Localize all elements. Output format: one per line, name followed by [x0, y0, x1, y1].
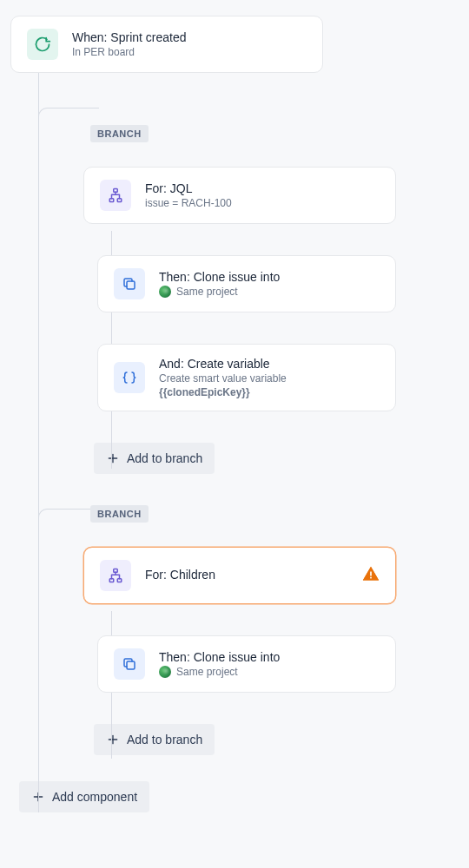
- plus-icon: [106, 733, 120, 746]
- svg-rect-8: [370, 577, 372, 579]
- step-title: Then: Clone issue into: [159, 270, 380, 284]
- tree-icon: [100, 560, 131, 591]
- trigger-card[interactable]: When: Sprint created In PER board: [10, 16, 323, 73]
- for-title: For: JQL: [145, 181, 380, 195]
- for-title: For: Children: [145, 568, 380, 582]
- sprint-icon: [27, 29, 58, 60]
- clone-icon: [114, 648, 145, 680]
- branch-label: BRANCH: [90, 125, 149, 142]
- step-subtitle: Same project: [176, 286, 238, 298]
- svg-rect-9: [127, 661, 135, 669]
- step-title: And: Create variable: [159, 357, 380, 371]
- clone-icon: [114, 268, 145, 299]
- tree-icon: [100, 180, 131, 211]
- trigger-title: When: Sprint created: [72, 30, 307, 44]
- add-to-branch-label: Add to branch: [127, 733, 202, 746]
- branch-for-card[interactable]: For: Children: [83, 547, 396, 604]
- branch-label: BRANCH: [90, 505, 149, 523]
- step-clone-card[interactable]: Then: Clone issue into Same project: [97, 255, 396, 312]
- step-title: Then: Clone issue into: [159, 650, 380, 664]
- variable-icon: [114, 362, 145, 393]
- add-to-branch-label: Add to branch: [127, 451, 202, 465]
- trigger-subtitle: In PER board: [72, 46, 307, 58]
- add-component-label: Add component: [52, 790, 137, 804]
- svg-rect-7: [370, 572, 372, 576]
- step-subtitle: Same project: [176, 666, 238, 678]
- warning-icon: [362, 565, 380, 586]
- step-clone-card[interactable]: Then: Clone issue into Same project: [97, 635, 396, 693]
- connector-trunk: [38, 68, 39, 812]
- step-subtitle: Create smart value variable: [159, 372, 380, 385]
- plus-icon: [106, 451, 120, 465]
- branch-for-card[interactable]: For: JQL issue = RACH-100: [83, 167, 396, 224]
- globe-icon: [159, 666, 171, 678]
- for-subtitle: issue = RACH-100: [145, 197, 380, 209]
- step-variable-card[interactable]: And: Create variable Create smart value …: [97, 344, 396, 411]
- globe-icon: [159, 286, 171, 298]
- svg-rect-3: [127, 281, 135, 289]
- step-extra: {{clonedEpicKey}}: [159, 386, 380, 398]
